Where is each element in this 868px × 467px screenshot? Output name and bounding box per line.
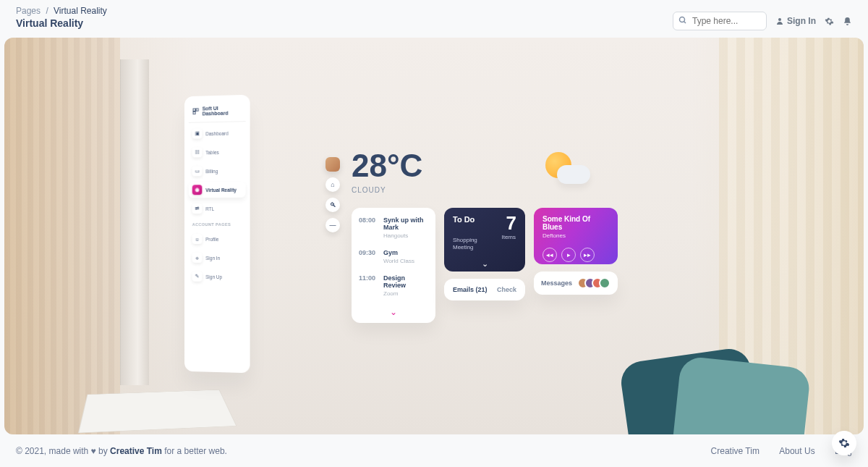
user-icon [775,17,784,25]
emails-card: Emails (21) Check [444,279,525,300]
breadcrumb-root[interactable]: Pages [16,6,41,16]
dashboard-icon: ▣ [192,128,203,138]
sidebar-item-billing[interactable]: ▭Billing [189,162,246,179]
page-title: Virtual Reality [16,17,107,29]
heart-icon: ♥ [91,446,96,456]
events-card: 08:00 Synk up with MarkHangouts 09:30 Gy… [352,208,435,323]
brand[interactable]: Soft UI Dashboard [189,102,246,123]
quick-actions: ⌂ 🔍︎ — [326,157,340,232]
signin-icon: ⎆ [192,253,203,263]
svg-point-2 [778,18,781,21]
settings-icon[interactable] [825,17,834,26]
messages-card[interactable]: Messages [534,272,618,295]
event-row[interactable]: 11:00 Design ReviewZoom [359,274,428,297]
event-title: Design Review [383,274,428,289]
todo-line1: Shopping [453,237,477,243]
svg-rect-5 [193,112,195,114]
event-subtitle: Hangouts [383,232,428,239]
search-icon: 🔍︎ [330,201,336,209]
music-play-button[interactable]: ▸ [561,248,576,262]
vr-stage: Soft UI Dashboard ▣Dashboard ☷Tables ▭Bi… [4,38,864,434]
weather-icon [545,152,571,178]
avatar[interactable] [326,157,340,172]
todo-card[interactable]: To Do 7 Items ShoppingMeeting ⌄ [444,208,525,272]
brand-label: Soft UI Dashboard [203,105,243,116]
svg-rect-4 [196,109,198,111]
todo-count-label: Items [501,234,516,240]
sidebar-section-label: ACCOUNT PAGES [189,216,246,228]
svg-point-0 [680,17,685,22]
next-icon: ▸▸ [584,251,591,258]
sidebar-item-profile[interactable]: ☺Profile [189,231,246,247]
signup-icon: ✎ [192,272,203,282]
bell-icon[interactable] [843,17,852,26]
event-time: 09:30 [359,249,378,264]
search-button[interactable]: 🔍︎ [326,198,340,212]
event-title: Gym [383,249,414,256]
todo-line2: Meeting [453,244,473,251]
svg-rect-3 [193,109,195,111]
signin-label: Sign In [787,16,816,26]
brand-icon [192,107,200,116]
event-row[interactable]: 08:00 Synk up with MarkHangouts [359,216,428,239]
sidebar-item-signin[interactable]: ⎆Sign In [189,250,246,266]
search-icon [678,16,687,25]
music-next-button[interactable]: ▸▸ [580,248,595,262]
footer-link-about[interactable]: About Us [779,446,814,456]
event-time: 08:00 [359,216,378,239]
emails-check-link[interactable]: Check [497,286,516,293]
sidebar-item-rtl[interactable]: ⇄RTL [189,201,246,216]
music-artist: Deftones [542,232,609,239]
messages-avatars [582,277,610,289]
sidebar-item-tables[interactable]: ☷Tables [189,143,246,160]
weather-widget: 28°C CLOUDY [352,150,422,194]
signin-button[interactable]: Sign In [775,16,816,26]
rtl-icon: ⇄ [192,203,203,214]
event-subtitle: World Class [383,258,414,264]
emails-label: Emails (21) [453,286,488,293]
settings-fab[interactable] [832,431,856,455]
chevron-down-icon: ⌄ [482,259,488,268]
events-expand[interactable]: ⌄ [359,307,428,320]
breadcrumb-current: Virtual Reality [54,6,107,16]
breadcrumb: Pages / Virtual Reality [16,6,107,16]
home-icon: ⌂ [331,181,334,188]
play-icon: ▸ [567,251,571,258]
todo-count: 7 [506,212,516,235]
sidebar-item-dashboard[interactable]: ▣Dashboard [189,125,246,142]
search-input-wrap [673,12,767,30]
weather-condition: CLOUDY [352,186,422,194]
prev-icon: ◂◂ [546,251,553,258]
event-time: 11:00 [359,274,378,297]
profile-icon: ☺ [192,234,203,244]
minimize-button[interactable]: — [326,218,340,232]
footer: © 2021, made with ♥ by Creative Tim for … [0,435,868,467]
music-card: Some Kind Of Blues Deftones ◂◂ ▸ ▸▸ [534,208,618,264]
footer-link-creative-tim[interactable]: Creative Tim [711,446,760,456]
footer-author[interactable]: Creative Tim [110,446,162,456]
sidebar-item-signup[interactable]: ✎Sign Up [189,269,246,285]
svg-line-1 [684,22,686,24]
gear-icon [838,437,850,449]
music-title: Some Kind Of Blues [542,215,609,231]
chevron-down-icon: ⌄ [390,307,397,317]
music-prev-button[interactable]: ◂◂ [542,248,557,262]
messages-label: Messages [541,279,572,287]
event-row[interactable]: 09:30 GymWorld Class [359,249,428,264]
minus-icon: — [330,222,336,229]
tables-icon: ☷ [192,147,203,157]
event-title: Synk up with Mark [383,216,428,231]
sidebar-item-virtual-reality[interactable]: ◉Virtual Reality [189,182,246,198]
sidebar: Soft UI Dashboard ▣Dashboard ☷Tables ▭Bi… [184,95,250,374]
weather-temp: 28°C [352,150,422,182]
todo-expand[interactable]: ⌄ [482,259,488,269]
home-button[interactable]: ⌂ [326,177,340,192]
event-subtitle: Zoom [383,290,428,297]
billing-icon: ▭ [192,166,203,176]
vr-icon: ◉ [192,185,203,195]
